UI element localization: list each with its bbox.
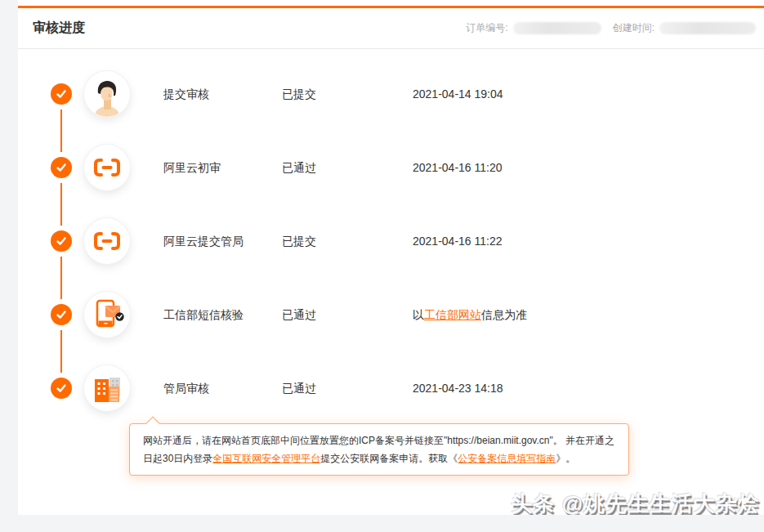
review-progress-card: 审核进度 订单编号: 创建时间: 提交审核 已提交 2021-04-14 19:… bbox=[18, 6, 764, 515]
timeline-step-row: 阿里云提交管局 已提交 2021-04-16 11:22 bbox=[18, 218, 764, 264]
text-link[interactable]: 公安备案信息填写指南 bbox=[458, 453, 556, 464]
step-date: 2021-04-16 11:22 bbox=[413, 218, 503, 264]
timeline-step-row: 提交审核 已提交 2021-04-14 19:04 bbox=[18, 71, 764, 117]
bottom-spacer bbox=[18, 515, 764, 532]
check-icon bbox=[51, 230, 72, 252]
order-number-redacted bbox=[513, 22, 601, 34]
step-date: 2021-04-23 14:18 bbox=[413, 365, 503, 411]
watermark: 头条 @姚先生生活大杂烩 bbox=[511, 490, 760, 518]
step-label: 阿里云提交管局 bbox=[163, 218, 243, 264]
check-icon bbox=[51, 83, 72, 105]
step-date: 以工信部网站信息为准 bbox=[413, 292, 527, 338]
check-icon bbox=[51, 304, 72, 325]
top-spacer bbox=[18, 0, 764, 6]
card-header: 审核进度 订单编号: 创建时间: bbox=[18, 8, 764, 49]
step-icon bbox=[84, 218, 130, 264]
step-status: 已通过 bbox=[282, 292, 316, 338]
page-title: 审核进度 bbox=[33, 20, 85, 37]
step-label: 管局审核 bbox=[163, 365, 209, 411]
screen: 审核进度 订单编号: 创建时间: 提交审核 已提交 2021-04-14 19:… bbox=[0, 0, 764, 532]
check-icon bbox=[51, 157, 72, 178]
timeline-step-row: 阿里云初审 已通过 2021-04-16 11:20 bbox=[18, 145, 764, 190]
step-status: 已通过 bbox=[282, 145, 316, 190]
order-number-label: 订单编号: bbox=[466, 21, 507, 35]
created-time-redacted bbox=[659, 22, 756, 34]
step-status: 已通过 bbox=[282, 365, 316, 411]
step-icon bbox=[84, 365, 130, 411]
check-icon bbox=[51, 378, 72, 399]
step-date: 2021-04-14 19:04 bbox=[413, 71, 503, 117]
timeline-step-row: 管局审核 已通过 2021-04-23 14:18 bbox=[18, 365, 764, 411]
text-link[interactable]: 工信部网站 bbox=[424, 308, 481, 321]
step-status: 已提交 bbox=[282, 218, 316, 264]
step-status: 已提交 bbox=[282, 71, 316, 117]
notice-box: 网站开通后，请在网站首页底部中间位置放置您的ICP备案号并链接至"https:/… bbox=[129, 423, 629, 476]
order-meta: 订单编号: 创建时间: bbox=[466, 21, 757, 35]
step-date: 2021-04-16 11:20 bbox=[413, 145, 503, 190]
building-icon bbox=[84, 365, 130, 411]
step-icon bbox=[84, 71, 130, 117]
aliyun-cloud-icon bbox=[93, 158, 121, 177]
avatar-icon bbox=[84, 71, 130, 117]
aliyun-cloud-icon bbox=[93, 231, 121, 251]
created-time-label: 创建时间: bbox=[613, 21, 655, 35]
timeline-step-row: 工信部短信核验 已通过 以工信部网站信息为准 bbox=[18, 292, 764, 338]
phone-sms-icon bbox=[84, 292, 130, 338]
step-label: 工信部短信核验 bbox=[163, 292, 243, 338]
step-label: 阿里云初审 bbox=[163, 145, 221, 190]
notice-text: 网站开通后，请在网站首页底部中间位置放置您的ICP备案号并链接至"https:/… bbox=[143, 435, 614, 464]
step-icon bbox=[84, 292, 130, 338]
step-label: 提交审核 bbox=[163, 71, 209, 117]
step-icon bbox=[84, 145, 130, 190]
text-link[interactable]: 全国互联网安全管理平台 bbox=[212, 453, 320, 464]
